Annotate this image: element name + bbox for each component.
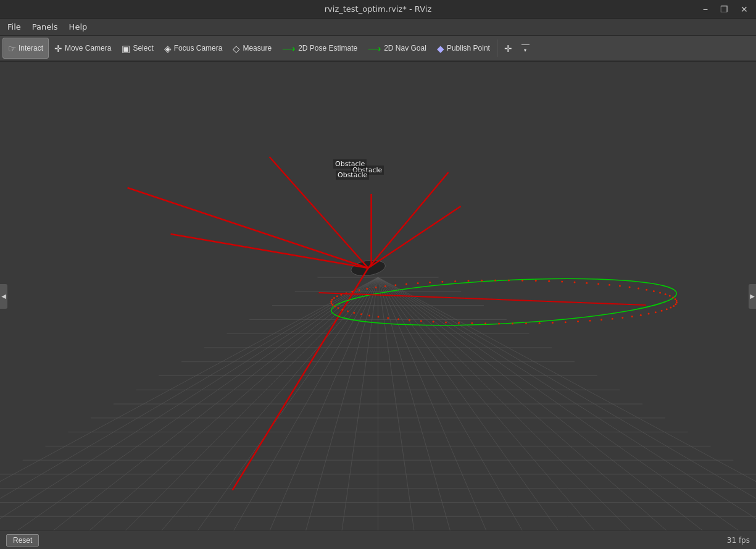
menu-file[interactable]: File	[2, 20, 26, 33]
window-title: rviz_test_optim.rviz* - RViz	[325, 4, 431, 14]
move-camera-icon: ✛	[54, 44, 62, 53]
pose-estimate-label: 2D Pose Estimate	[298, 44, 357, 52]
viewport-canvas	[0, 62, 756, 530]
interact-button[interactable]: ☞ Interact	[2, 38, 49, 59]
menu-help[interactable]: Help	[64, 20, 93, 33]
toolbar-separator	[497, 40, 497, 57]
close-button[interactable]: ✕	[737, 3, 751, 15]
right-collapse-icon: ▶	[750, 293, 755, 300]
titlebar-controls: − ❐ ✕	[700, 3, 751, 15]
move-camera-button[interactable]: ✛ Move Camera	[49, 38, 116, 59]
statusbar: Reset 31 fps	[0, 530, 756, 549]
titlebar: rviz_test_optim.rviz* - RViz − ❐ ✕	[0, 0, 756, 19]
restore-button[interactable]: ❐	[717, 3, 731, 15]
nav-goal-label: 2D Nav Goal	[384, 44, 426, 52]
pose-estimate-icon: ⟶	[282, 44, 296, 53]
3d-viewport[interactable]: Obstacle Obstacle Obstacle	[0, 62, 756, 530]
obstacle-label-3: Obstacle	[336, 170, 369, 180]
menu-panels[interactable]: Panels	[27, 20, 63, 33]
select-label: Select	[133, 44, 153, 52]
focus-camera-icon: ◈	[164, 44, 172, 53]
publish-point-button[interactable]: ◆ Publish Point	[432, 38, 495, 59]
select-button[interactable]: ▣ Select	[117, 38, 158, 59]
move-camera-label: Move Camera	[65, 44, 111, 52]
reset-button[interactable]: Reset	[6, 534, 39, 547]
interact-label: Interact	[19, 44, 43, 52]
right-panel-collapse[interactable]: ▶	[749, 284, 756, 309]
add-tool-icon: ✛	[504, 44, 512, 53]
pose-estimate-button[interactable]: ⟶ 2D Pose Estimate	[277, 38, 362, 59]
select-icon: ▣	[122, 44, 130, 53]
add-tool-button[interactable]: ✛	[499, 38, 517, 59]
fps-display: 31 fps	[727, 536, 750, 545]
nav-goal-icon: ⟶	[368, 44, 381, 53]
measure-label: Measure	[243, 44, 272, 52]
measure-icon: ◇	[233, 44, 240, 53]
left-panel-collapse[interactable]: ◀	[0, 284, 7, 309]
focus-camera-button[interactable]: ◈ Focus Camera	[159, 38, 228, 59]
focus-camera-label: Focus Camera	[174, 44, 223, 52]
more-tools-button[interactable]: — ▾	[518, 38, 533, 59]
menubar: File Panels Help	[0, 19, 756, 36]
main-area: ◀ Obstacle Obstacle Obstacle ▶	[0, 62, 756, 530]
left-collapse-icon: ◀	[1, 293, 6, 300]
interact-icon: ☞	[8, 44, 16, 53]
minimize-button[interactable]: −	[700, 3, 711, 15]
publish-point-label: Publish Point	[447, 44, 490, 52]
toolbar: ☞ Interact ✛ Move Camera ▣ Select ◈ Focu…	[0, 36, 756, 62]
nav-goal-button[interactable]: ⟶ 2D Nav Goal	[363, 38, 431, 59]
measure-button[interactable]: ◇ Measure	[228, 38, 276, 59]
publish-point-icon: ◆	[437, 44, 444, 53]
more-tools-arrow: ▾	[524, 48, 526, 53]
